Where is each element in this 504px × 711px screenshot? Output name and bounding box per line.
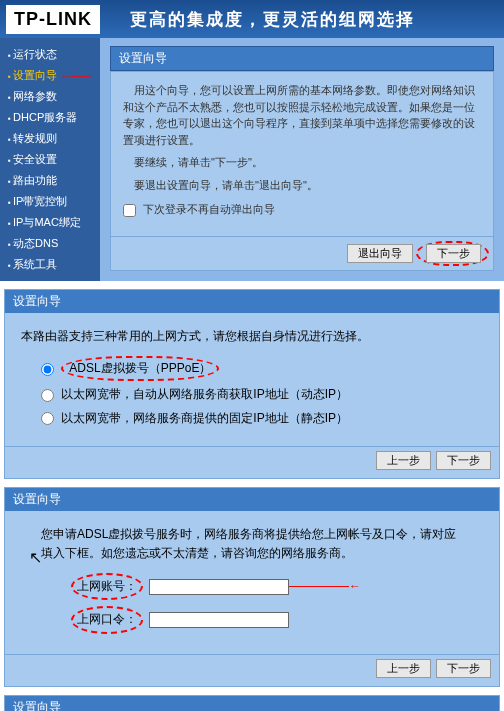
checkbox-label: 下次登录不再自动弹出向导 (143, 203, 275, 215)
sidebar-item-dhcp[interactable]: DHCP服务器 (0, 107, 100, 128)
next-button-2[interactable]: 下一步 (436, 451, 491, 470)
radio-dynamic-label: 以太网宽带，自动从网络服务商获取IP地址（动态IP） (61, 387, 348, 401)
password-input[interactable] (149, 612, 289, 628)
panel1-body: 用这个向导，您可以设置上网所需的基本网络参数。即使您对网络知识和这个产品不太熟悉… (110, 71, 494, 237)
radio-static-label: 以太网宽带，网络服务商提供的固定IP地址（静态IP） (61, 411, 348, 425)
panel4-title: 设置向导 (5, 696, 499, 712)
account-input[interactable] (149, 579, 289, 595)
radio-pppoe[interactable] (41, 363, 54, 376)
sidebar-item-status[interactable]: 运行状态 (0, 44, 100, 65)
sidebar-item-ddns[interactable]: 动态DNS (0, 233, 100, 254)
panel3-intro: 您申请ADSL虚拟拨号服务时，网络服务商将提供给您上网帐号及口令，请对应填入下框… (41, 525, 463, 563)
banner-text: 更高的集成度，更灵活的组网选择 (130, 8, 415, 31)
sidebar-item-wizard[interactable]: 设置向导 ←—— (0, 65, 100, 86)
next-button-1[interactable]: 下一步 (426, 244, 481, 263)
sidebar-item-network[interactable]: 网络参数 (0, 86, 100, 107)
account-label: 上网账号： (77, 577, 137, 596)
panel1-text2: 要继续，请单击"下一步"。 (123, 154, 481, 171)
sidebar-item-routing[interactable]: 路由功能 (0, 170, 100, 191)
prev-button-3[interactable]: 上一步 (376, 659, 431, 678)
sidebar-item-system[interactable]: 系统工具 (0, 254, 100, 275)
sidebar-item-ipmac[interactable]: IP与MAC绑定 (0, 212, 100, 233)
sidebar-item-forward[interactable]: 转发规则 (0, 128, 100, 149)
panel1-title: 设置向导 (110, 46, 494, 71)
panel1-text1: 用这个向导，您可以设置上网所需的基本网络参数。即使您对网络知识和这个产品不太熟悉… (123, 82, 481, 148)
panel2-intro: 本路由器支持三种常用的上网方式，请您根据自身情况进行选择。 (21, 327, 483, 346)
sidebar-item-security[interactable]: 安全设置 (0, 149, 100, 170)
radio-pppoe-label: ADSL虚拟拨号（PPPoE） (61, 356, 219, 381)
radio-static[interactable] (41, 412, 54, 425)
sidebar: 运行状态 设置向导 ←—— 网络参数 DHCP服务器 转发规则 安全设置 路由功… (0, 38, 100, 281)
panel3-title: 设置向导 (5, 488, 499, 511)
logo: TP-LINK (6, 5, 100, 34)
header: TP-LINK 更高的集成度，更灵活的组网选择 (0, 0, 504, 38)
radio-dynamic[interactable] (41, 389, 54, 402)
exit-wizard-button[interactable]: 退出向导 (347, 244, 413, 263)
auto-popup-checkbox[interactable] (123, 204, 136, 217)
sidebar-item-bandwidth[interactable]: IP带宽控制 (0, 191, 100, 212)
next-button-3[interactable]: 下一步 (436, 659, 491, 678)
panel2-title: 设置向导 (5, 290, 499, 313)
prev-button-2[interactable]: 上一步 (376, 451, 431, 470)
panel1-text3: 要退出设置向导，请单击"退出向导"。 (123, 177, 481, 194)
password-label: 上网口令： (77, 610, 137, 629)
